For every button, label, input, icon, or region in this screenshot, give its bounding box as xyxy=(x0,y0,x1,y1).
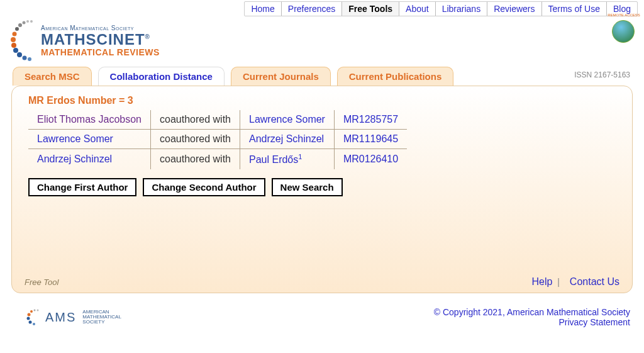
svg-point-10 xyxy=(23,56,27,60)
svg-point-15 xyxy=(28,313,31,317)
svg-point-1 xyxy=(26,20,29,23)
erdos-heading: MR Erdos Number = 3 xyxy=(28,95,616,106)
tab-search-msc[interactable]: Search MSC xyxy=(13,67,92,86)
change-second-author-button[interactable]: Change Second Author xyxy=(143,178,265,196)
topnav-preferences[interactable]: Preferences xyxy=(282,2,342,16)
svg-point-5 xyxy=(13,32,17,36)
new-search-button[interactable]: New Search xyxy=(272,178,343,196)
page-footer: AMS AMERICANMATHEMATICALSOCIETY © Copyri… xyxy=(0,301,644,333)
table-row: Andrzej Schinzelcoauthored withPaul Erdő… xyxy=(28,149,407,170)
top-nav: HomePreferencesFree ToolsAboutLibrarians… xyxy=(0,0,644,16)
svg-point-14 xyxy=(30,310,33,313)
help-link[interactable]: Help xyxy=(532,276,553,287)
brand-row: American Mathematical Society MATHSCINET… xyxy=(0,16,644,67)
topnav-free-tools[interactable]: Free Tools xyxy=(342,2,399,16)
coauthored-label: coauthored with xyxy=(151,130,240,149)
topnav-reviewers[interactable]: Reviewers xyxy=(487,2,541,16)
footnote-link[interactable]: 1 xyxy=(298,153,302,160)
mr-link[interactable]: MR1119645 xyxy=(343,133,398,144)
brand-subtitle: MATHEMATICAL REVIEWS xyxy=(41,47,160,57)
tab-current-publications[interactable]: Current Publications xyxy=(337,67,454,86)
tab-current-journals[interactable]: Current Journals xyxy=(231,67,331,86)
author-link[interactable]: Lawrence Somer xyxy=(249,114,325,125)
author-link[interactable]: Paul Erdős xyxy=(249,154,298,165)
coauthor-table: Eliot Thomas Jacobsoncoauthored withLawr… xyxy=(28,110,407,169)
coauthored-label: coauthored with xyxy=(151,110,240,130)
ams-subtitle: AMERICANMATHEMATICALSOCIETY xyxy=(82,310,121,325)
free-tool-label: Free Tool xyxy=(25,277,58,287)
table-row: Lawrence Somercoauthored withAndrzej Sch… xyxy=(28,130,407,149)
mathscinet-logo: American Mathematical Society MATHSCINET… xyxy=(9,16,160,62)
dots-icon xyxy=(9,18,36,62)
svg-point-7 xyxy=(11,43,16,48)
svg-point-6 xyxy=(11,37,16,42)
svg-point-13 xyxy=(34,310,36,311)
author-link[interactable]: Andrzej Schinzel xyxy=(249,133,324,144)
coauthored-label: coauthored with xyxy=(151,149,240,170)
ams-logo: AMS AMERICANMATHEMATICALSOCIETY xyxy=(25,308,121,327)
change-first-author-button[interactable]: Change First Author xyxy=(28,178,136,196)
author-link[interactable]: Lawrence Somer xyxy=(37,133,113,144)
author-link[interactable]: Eliot Thomas Jacobson xyxy=(37,114,142,125)
svg-point-12 xyxy=(37,310,39,311)
svg-point-2 xyxy=(23,21,26,25)
author-link[interactable]: Andrzej Schinzel xyxy=(37,154,112,164)
svg-point-0 xyxy=(30,20,33,23)
topnav-librarians[interactable]: Librarians xyxy=(436,2,487,16)
tab-row: Search MSCCollaboration DistanceCurrent … xyxy=(0,67,644,86)
svg-point-4 xyxy=(15,27,19,31)
svg-point-8 xyxy=(13,48,18,53)
issn-label: ISSN 2167-5163 xyxy=(574,70,630,79)
contact-us-link[interactable]: Contact Us xyxy=(570,276,619,287)
svg-point-11 xyxy=(28,57,31,61)
copyright-link[interactable]: © Copyright 2021, American Mathematical … xyxy=(434,307,630,317)
remote-access-icon[interactable] xyxy=(612,20,635,43)
table-row: Eliot Thomas Jacobsoncoauthored withLawr… xyxy=(28,110,407,130)
svg-point-16 xyxy=(27,317,30,320)
svg-point-9 xyxy=(17,52,22,57)
svg-point-17 xyxy=(29,321,32,324)
privacy-link[interactable]: Privacy Statement xyxy=(558,317,630,327)
result-panel: MR Erdos Number = 3 Eliot Thomas Jacobso… xyxy=(11,86,633,293)
brand-name: MATHSCINET® xyxy=(41,32,160,47)
topnav-home[interactable]: Home xyxy=(245,2,281,16)
svg-point-3 xyxy=(18,23,22,27)
mr-link[interactable]: MR1285757 xyxy=(343,114,398,125)
topnav-about[interactable]: About xyxy=(399,2,436,16)
topnav-terms-of-use[interactable]: Terms of Use xyxy=(542,2,607,16)
svg-point-18 xyxy=(33,323,35,325)
tab-collaboration-distance[interactable]: Collaboration Distance xyxy=(98,67,225,86)
ams-dots-icon xyxy=(25,308,42,327)
mr-link[interactable]: MR0126410 xyxy=(343,154,398,164)
